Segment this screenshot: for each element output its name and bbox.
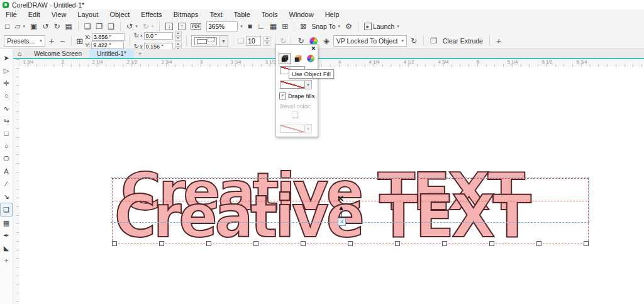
artistic-media-tool[interactable]: ↬ — [1, 115, 12, 127]
extruded-text-object[interactable]: Creative TEXT Creative TEXT — [114, 176, 590, 245]
chevron-down-icon[interactable]: ▼ — [305, 80, 312, 89]
full-screen-preview-button[interactable]: ■ — [246, 21, 254, 31]
dimension-tool[interactable]: ∕ — [1, 177, 12, 190]
show-grid-button[interactable]: ▦ — [268, 21, 279, 31]
selection-handle[interactable] — [112, 241, 117, 246]
extrusion-type-dropdown[interactable]: ▼ — [191, 35, 228, 47]
chevron-down-icon: ▾ — [23, 24, 25, 29]
menu-layout[interactable]: Layout — [72, 9, 104, 20]
extrude-lighting-button[interactable] — [409, 36, 419, 46]
add-tools-button[interactable]: + — [1, 254, 12, 267]
shape-tool[interactable]: ▷ — [1, 64, 12, 77]
selection-handle[interactable] — [442, 241, 447, 246]
no-fill-swatch[interactable] — [280, 81, 305, 89]
menu-table[interactable]: Table — [228, 9, 256, 20]
selection-handle[interactable] — [395, 241, 400, 246]
home-icon[interactable]: ⌂ — [13, 49, 26, 58]
pick-tool[interactable]: ➤ — [1, 52, 12, 64]
clear-extrude-button[interactable]: Clear Extrude — [441, 37, 485, 45]
duplicate-button[interactable]: ❑ — [106, 21, 116, 31]
export-button[interactable]: ↑ — [176, 22, 187, 31]
zoom-level-button[interactable]: ▾ — [204, 21, 245, 32]
new-tab-button[interactable]: + — [134, 49, 147, 58]
depth-spinner[interactable]: ▲▼ — [264, 36, 270, 46]
options-gear-button[interactable]: ⚙ — [343, 21, 354, 31]
selection-handle[interactable] — [536, 241, 541, 246]
menu-object[interactable]: Object — [104, 9, 135, 20]
remove-preset-button[interactable] — [58, 35, 67, 47]
paste-button[interactable]: ❏ — [82, 21, 93, 31]
snap-disabled-button[interactable]: ⊠ — [298, 21, 308, 31]
connector-tool[interactable]: ↘ — [1, 190, 12, 203]
eyedropper-tool-icon: ✒ — [3, 232, 9, 240]
use-solid-color-button[interactable] — [292, 53, 303, 64]
show-guidelines-button[interactable]: ⊞ — [280, 21, 290, 31]
menu-file[interactable]: File — [0, 9, 23, 20]
interactive-fill-tool[interactable]: ◣ — [1, 242, 12, 254]
vp-x-spinner[interactable]: ▲▼ — [175, 31, 182, 41]
new-document-button[interactable]: □ — [3, 21, 11, 31]
vp-mode-dropdown[interactable]: VP Locked To Object ▾ — [333, 35, 407, 47]
eyedropper-tool[interactable]: ✒ — [1, 229, 12, 242]
add-preset-button[interactable] — [47, 35, 56, 47]
open-folder-button[interactable]: ▱▾ — [13, 21, 27, 31]
selection-handle[interactable] — [489, 241, 494, 246]
menu-bitmaps[interactable]: Bitmaps — [168, 9, 204, 20]
extrude-vector-arrow[interactable]: ▲ — [338, 205, 345, 211]
use-color-shading-button[interactable] — [305, 53, 316, 64]
depth-field[interactable] — [246, 36, 261, 46]
save-to-cloud-button[interactable]: ↻ — [52, 21, 62, 31]
vanishing-point-x-marker[interactable]: ✕ — [337, 194, 344, 203]
close-icon[interactable]: ✕ — [311, 45, 316, 52]
extrude-bevel-button[interactable] — [321, 36, 331, 46]
extrusion-type-preview-icon — [194, 37, 217, 45]
selection-handle[interactable] — [253, 241, 258, 246]
tab-untitled-1-[interactable]: Untitled-1* — [89, 49, 134, 58]
mesh-fill-tool[interactable]: ▦ — [1, 217, 12, 229]
menu-view[interactable]: View — [46, 9, 72, 20]
zoom-level-input[interactable] — [206, 21, 238, 31]
selection-handle[interactable] — [348, 241, 353, 246]
vp-x-field[interactable] — [144, 32, 173, 40]
menu-window[interactable]: Window — [284, 9, 319, 20]
save-button[interactable]: ▣ — [28, 21, 39, 31]
import-button[interactable]: ↓ — [164, 22, 175, 31]
x-position-field[interactable] — [92, 33, 125, 41]
ruler-label: 4 3/4 — [438, 59, 449, 65]
copy-extrude-properties-button[interactable] — [428, 36, 439, 46]
menu-help[interactable]: Help — [319, 9, 345, 20]
zoom-tool[interactable]: ○ — [1, 89, 12, 102]
selection-handle[interactable] — [301, 241, 306, 246]
snap-to-button[interactable]: Snap To▾ — [309, 22, 342, 31]
freehand-tool[interactable]: ∿ — [1, 102, 12, 115]
y-position-field[interactable] — [91, 42, 124, 49]
extrude-tool[interactable]: ❏ — [0, 203, 13, 217]
selection-handle[interactable] — [206, 241, 211, 246]
show-rulers-button[interactable]: ∟ — [255, 21, 267, 31]
menu-edit[interactable]: Edit — [23, 9, 46, 20]
extrude-origin-handle[interactable]: ✕ — [338, 218, 346, 226]
polygon-tool[interactable]: ⎔ — [1, 152, 12, 165]
presets-dropdown[interactable]: Presets... ▾ — [4, 35, 45, 47]
menu-effects[interactable]: Effects — [135, 9, 167, 20]
print-button[interactable]: ▤ — [63, 21, 74, 31]
publish-pdf-button[interactable]: PDF — [189, 23, 203, 31]
text-tool[interactable]: A — [1, 165, 12, 177]
copy-button[interactable]: ❐ — [94, 21, 105, 31]
crop-tool[interactable]: ✛ — [1, 77, 12, 89]
menu-text[interactable]: Text — [204, 9, 228, 20]
use-object-fill-button[interactable] — [279, 53, 291, 64]
selection-handle[interactable] — [584, 241, 589, 246]
drape-fills-option[interactable]: ✓ Drape fills — [279, 93, 314, 99]
selection-handle[interactable] — [159, 241, 164, 246]
rectangle-tool[interactable]: □ — [1, 127, 12, 140]
tab-welcome-screen[interactable]: Welcome Screen — [26, 49, 89, 58]
open-from-cloud-button[interactable]: ↺ — [40, 21, 50, 31]
customize-toolbar-button[interactable] — [494, 35, 503, 47]
extrude-front-face[interactable]: Creative TEXT — [114, 188, 529, 245]
object-position-fields: X: Y: — [85, 33, 125, 49]
drape-fills-checkbox[interactable]: ✓ — [279, 93, 286, 99]
launch-button[interactable]: ▸Launch▾ — [362, 22, 401, 31]
ellipse-tool[interactable]: ○ — [1, 140, 12, 152]
menu-tools[interactable]: Tools — [256, 9, 284, 20]
